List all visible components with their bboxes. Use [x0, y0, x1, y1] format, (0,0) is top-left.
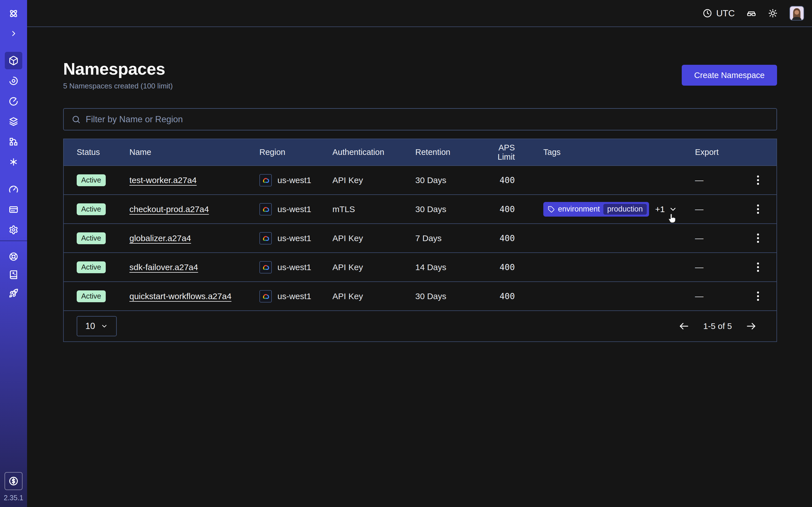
aps-limit-value: 400 [480, 233, 515, 243]
export-value: — [695, 175, 703, 185]
sidebar-item-billing[interactable] [9, 205, 18, 214]
gcp-region-icon [259, 232, 272, 244]
tag-icon [548, 206, 555, 213]
column-header-tags: Tags [543, 148, 695, 157]
clock-icon [703, 8, 712, 18]
timezone-label: UTC [716, 8, 735, 18]
export-value: — [695, 233, 703, 243]
auth-method: API Key [333, 263, 415, 272]
gcp-region-icon [259, 203, 272, 216]
status-badge: Active [77, 232, 106, 244]
chevron-down-icon [101, 323, 108, 330]
sidebar-item-workflows[interactable] [9, 76, 18, 86]
auth-method: API Key [333, 175, 415, 185]
theme-toggle-button[interactable] [768, 8, 777, 18]
avatar-image [790, 6, 804, 20]
sidebar-item-namespaces[interactable] [5, 52, 22, 69]
sidebar-item-pipelines[interactable] [9, 137, 18, 147]
sidebar-item-settings[interactable] [9, 225, 18, 235]
column-header-region: Region [259, 148, 333, 157]
table-footer: 10 1-5 of 5 [64, 311, 776, 341]
dollar-badge-icon [8, 476, 18, 486]
aps-limit-value: 400 [480, 175, 515, 185]
pagination-range: 1-5 of 5 [703, 321, 732, 331]
column-header-status: Status [77, 148, 130, 157]
next-page-button[interactable] [746, 321, 757, 332]
status-badge: Active [77, 262, 106, 273]
namespace-link[interactable]: checkout-prod.a27a4 [130, 205, 209, 214]
sun-icon [768, 8, 777, 18]
region-label: us-west1 [277, 263, 311, 272]
labs-toggle-button[interactable] [747, 8, 756, 18]
table-header-row: Status Name Region Authentication Retent… [64, 139, 776, 165]
namespace-link[interactable]: quickstart-workflows.a27a4 [130, 291, 232, 301]
export-value: — [695, 291, 703, 301]
gcp-region-icon [259, 174, 272, 186]
region-label: us-west1 [277, 233, 311, 243]
column-header-aps-limit: APS Limit [480, 143, 515, 162]
row-menu-button[interactable] [756, 232, 760, 244]
sidebar-item-support[interactable] [9, 252, 18, 262]
column-header-export: Export [695, 148, 776, 157]
retention-value: 14 Days [415, 263, 480, 272]
timezone-selector[interactable]: UTC [703, 8, 735, 18]
status-badge: Active [77, 290, 106, 302]
previous-page-button[interactable] [678, 321, 690, 332]
aps-limit-value: 400 [480, 204, 515, 214]
region-label: us-west1 [277, 175, 311, 185]
table-row: Active test-worker.a27a4 us-west1 API Ke… [64, 165, 776, 194]
row-menu-button[interactable] [756, 290, 760, 302]
row-menu-button[interactable] [756, 203, 760, 215]
column-header-authentication: Authentication [333, 148, 415, 157]
auth-method: API Key [333, 291, 415, 301]
table-row: Active quickstart-workflows.a27a4 us-wes… [64, 281, 776, 311]
column-header-name: Name [130, 148, 259, 157]
sidebar-item-nexus[interactable] [9, 157, 18, 167]
sidebar-item-schedules[interactable] [9, 97, 18, 106]
user-avatar[interactable] [790, 6, 804, 20]
topbar: UTC [27, 0, 812, 27]
table-row: Active sdk-failover.a27a4 us-west1 API K… [64, 252, 776, 281]
status-badge: Active [77, 174, 106, 186]
row-menu-button[interactable] [756, 262, 760, 273]
page-size-select[interactable]: 10 [77, 316, 117, 336]
filter-input[interactable] [86, 114, 769, 124]
chevron-down-icon [669, 205, 677, 214]
aps-limit-value: 400 [480, 291, 515, 301]
sidebar-expand-chevron-icon[interactable] [10, 30, 17, 37]
tags-expand-button[interactable] [669, 205, 677, 214]
sidebar-item-deployments[interactable] [9, 117, 18, 126]
filter-bar [63, 108, 777, 130]
gcp-region-icon [259, 261, 272, 274]
region-label: us-west1 [277, 205, 311, 214]
column-header-retention: Retention [415, 148, 480, 157]
row-menu-button[interactable] [756, 174, 760, 186]
sidebar-item-getting-started[interactable] [9, 288, 18, 298]
retention-value: 7 Days [415, 233, 480, 243]
sidebar: 2.35.1 [0, 0, 27, 507]
table-row: Active checkout-prod.a27a4 us-west1 mTLS… [64, 194, 776, 223]
export-value: — [695, 263, 703, 272]
namespace-link[interactable]: globalizer.a27a4 [130, 233, 191, 243]
glasses-icon [747, 8, 756, 18]
export-value: — [695, 205, 703, 214]
retention-value: 30 Days [415, 205, 480, 214]
page-size-value: 10 [86, 321, 95, 331]
namespace-link[interactable]: sdk-failover.a27a4 [130, 263, 198, 272]
retention-value: 30 Days [415, 175, 480, 185]
temporal-logo[interactable] [8, 8, 19, 19]
retention-value: 30 Days [415, 291, 480, 301]
aps-limit-value: 400 [480, 262, 515, 272]
sidebar-item-docs[interactable] [9, 270, 18, 279]
tag-chip[interactable]: environment production [543, 202, 649, 217]
sidebar-item-usage[interactable] [9, 184, 18, 194]
tags-more-count: +1 [655, 205, 665, 214]
sidebar-divider [0, 240, 27, 241]
create-namespace-button[interactable]: Create Namespace [682, 65, 777, 86]
plan-usage-button[interactable] [4, 472, 22, 490]
namespace-link[interactable]: test-worker.a27a4 [130, 175, 197, 185]
region-label: us-west1 [277, 291, 311, 301]
app-version: 2.35.1 [4, 494, 23, 502]
namespaces-table: Status Name Region Authentication Retent… [63, 138, 777, 342]
status-badge: Active [77, 203, 106, 215]
